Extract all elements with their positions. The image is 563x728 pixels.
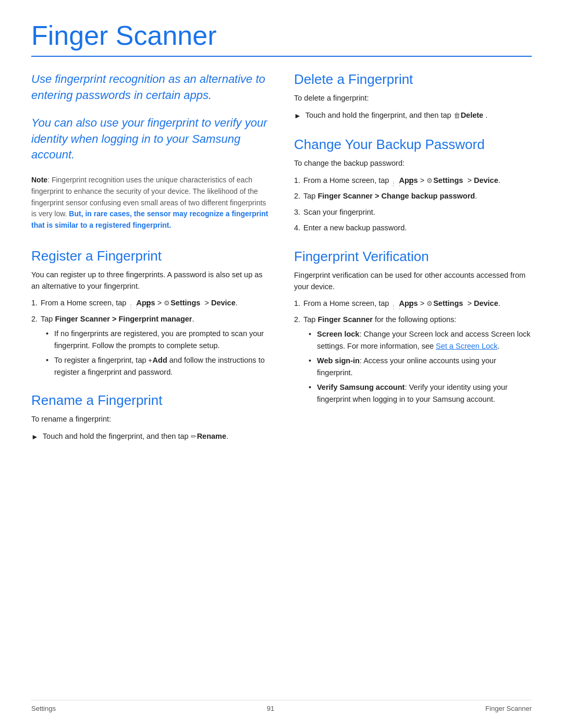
settings-icon-3: ⚙ [426,299,433,309]
step-num-2: 2. [31,313,38,325]
rename-arrow-bullet: ► Touch and hold the fingerprint, and th… [31,430,269,443]
delete-heading: Delete a Fingerprint [294,71,532,88]
register-heading: Register a Fingerprint [31,248,269,264]
rename-heading: Rename a Fingerprint [31,392,269,409]
arrow-icon-rename: ► [31,431,39,443]
delete-section: Delete a Fingerprint To delete a fingerp… [294,71,532,122]
settings-label-2: Settings [433,176,463,184]
register-intro: You can register up to three fingerprint… [31,269,269,292]
footer-right: Finger Scanner [485,705,532,712]
change-backup-step-4: 4. Enter a new backup password. [294,222,532,233]
settings-icon-1: ⚙ [164,298,170,309]
left-column: Use fingerprint recognition as an altern… [31,71,269,458]
web-signin-label: Web sign-in [317,356,360,365]
title-rule [31,56,532,57]
register-step-2: 2. Tap Finger Scanner > Fingerprint mana… [31,313,269,378]
two-column-layout: Use fingerprint recognition as an altern… [31,71,532,458]
change-backup-step-1: 1. From a Home screen, tap ⠿Apps > ⚙Sett… [294,175,532,186]
step-num-1: 1. [31,297,38,309]
verification-heading: Fingerprint Verification [294,249,532,265]
cb-step-num-1: 1. [294,175,300,186]
screen-lock-link[interactable]: Set a Screen Lock [436,342,498,350]
rename-section: Rename a Fingerprint To rename a fingerp… [31,392,269,443]
v-bullet-screen-lock: Screen lock: Change your Screen lock and… [309,328,532,352]
footer-center: 91 [267,705,274,712]
change-backup-heading: Change Your Backup Password [294,137,532,153]
settings-label-1: Settings [170,299,200,307]
delete-bold-label: Delete [461,111,484,119]
rename-bold-label: Rename [197,432,226,440]
rename-arrow-text: Touch and hold the fingerprint, and then… [43,430,228,442]
verification-steps: 1. From a Home screen, tap ⠿Apps > ⚙Sett… [294,298,532,405]
verification-section: Fingerprint Verification Fingerprint ver… [294,249,532,405]
device-label-1: Device [211,299,236,307]
delete-arrow-text: Touch and hold the fingerprint, and then… [305,109,487,121]
apps-icon: ⠿ [128,300,136,307]
page-title: Finger Scanner [31,21,532,51]
apps-icon-2: ⠿ [391,177,398,184]
cb-step-num-3: 3. [294,206,300,218]
add-icon: + [149,356,152,366]
intro-para-2: You can also use your fingerprint to ver… [31,115,269,163]
note-paragraph: Note: Fingerprint recognition uses the u… [31,175,269,231]
trash-icon: 🗑 [454,110,460,121]
cb-step2-bold: Finger Scanner > Change backup password [317,192,475,200]
change-backup-step-2: 2. Tap Finger Scanner > Change backup pa… [294,190,532,202]
register-sub-bullet-1: If no fingerprints are registered, you a… [46,328,269,351]
register-section: Register a Fingerprint You can register … [31,248,269,378]
v-bullet-web-signin: Web sign-in: Access your online accounts… [309,355,532,378]
v-step-num-2: 2. [294,314,300,325]
settings-icon-2: ⚙ [426,176,433,186]
cb-step-num-2: 2. [294,190,300,202]
footer-left: Settings [31,705,56,712]
verification-sub-bullets: Screen lock: Change your Screen lock and… [303,328,532,405]
verification-step-1: 1. From a Home screen, tap ⠿Apps > ⚙Sett… [294,298,532,309]
delete-arrow-bullet: ► Touch and hold the fingerprint, and th… [294,109,532,122]
settings-label-3: Settings [433,299,463,307]
page-container: Finger Scanner Use fingerprint recogniti… [0,0,563,489]
change-backup-section: Change Your Backup Password To change th… [294,137,532,234]
arrow-icon-delete: ► [294,110,301,122]
page-footer: Settings 91 Finger Scanner [31,700,532,712]
samsung-account-label: Verify Samsung account [317,383,405,391]
change-backup-steps: 1. From a Home screen, tap ⠿Apps > ⚙Sett… [294,175,532,234]
register-steps: 1. From a Home screen, tap ⠿Apps > ⚙Sett… [31,297,269,378]
intro-para-1: Use fingerprint recognition as an altern… [31,71,269,104]
v-step-num-1: 1. [294,298,300,309]
delete-intro: To delete a fingerprint: [294,93,532,104]
add-label: Add [153,356,167,364]
device-label-3: Device [474,299,498,307]
finger-scanner-label-1: Finger Scanner > Fingerprint manager [55,315,192,323]
register-sub-bullets: If no fingerprints are registered, you a… [41,328,269,378]
register-step-1: 1. From a Home screen, tap ⠿Apps > ⚙Sett… [31,297,269,309]
rename-intro: To rename a fingerprint: [31,414,269,425]
v-bullet-samsung-account: Verify Samsung account: Verify your iden… [309,381,532,405]
register-sub-bullet-2: To register a fingerprint, tap +Add and … [46,354,269,378]
verification-step-2: 2. Tap Finger Scanner for the following … [294,314,532,405]
apps-icon-3: ⠿ [391,300,398,307]
cb-step-num-4: 4. [294,222,300,233]
v-finger-scanner-label: Finger Scanner [317,315,373,324]
right-column: Delete a Fingerprint To delete a fingerp… [294,71,532,458]
note-label: Note [31,176,47,184]
change-backup-step-3: 3. Scan your fingerprint. [294,206,532,218]
change-backup-intro: To change the backup password: [294,158,532,169]
rename-icon: ✏ [191,431,197,442]
screen-lock-label: Screen lock [317,330,359,338]
verification-intro: Fingerprint verification can be used for… [294,270,532,293]
device-label-2: Device [474,176,498,184]
